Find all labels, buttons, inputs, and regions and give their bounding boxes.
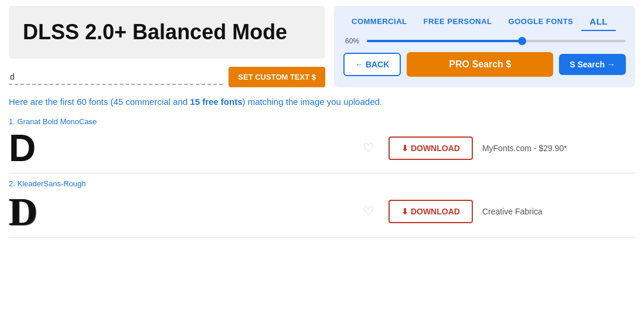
font-preview-box: DLSS 2.0+ Balanced Mode bbox=[9, 6, 325, 59]
font-row-1: D ♡ ⬇ DOWNLOAD MyFonts.com - $29.90* bbox=[9, 129, 635, 167]
font-preview-area-1: D bbox=[9, 129, 349, 167]
slider-fill bbox=[367, 40, 522, 42]
tab-google-fonts[interactable]: GOOGLE FONTS bbox=[500, 13, 582, 30]
preview-text: DLSS 2.0+ Balanced Mode bbox=[23, 20, 287, 45]
s-search-button[interactable]: S Search → bbox=[559, 54, 626, 75]
left-panel: DLSS 2.0+ Balanced Mode SET CUSTOM TEXT … bbox=[9, 6, 334, 87]
font-char-2: D bbox=[9, 189, 38, 234]
summary-text-after: ) matching the image you uploaded. bbox=[243, 97, 382, 107]
price-info-2: Creative Fabrica bbox=[482, 207, 543, 216]
tab-all[interactable]: ALL bbox=[581, 13, 616, 31]
tab-commercial[interactable]: COMMERCIAL bbox=[343, 13, 415, 30]
slider-row: 60% bbox=[343, 37, 626, 45]
font-char-1: D bbox=[9, 127, 36, 169]
actions-row: ← BACK PRO Search $ S Search → bbox=[343, 52, 626, 77]
font-item-1: 1. Granat Bold MonoCase D ♡ ⬇ DOWNLOAD M… bbox=[9, 111, 635, 173]
tab-free-personal[interactable]: FREE PERSONAL bbox=[415, 13, 500, 30]
tabs-row: COMMERCIAL FREE PERSONAL GOOGLE FONTS AL… bbox=[343, 13, 626, 31]
font-number-2: 2. bbox=[9, 179, 15, 188]
slider-percent-label: 60% bbox=[343, 37, 361, 45]
font-name-1: 1. Granat Bold MonoCase bbox=[9, 117, 635, 126]
download-button-1[interactable]: ⬇ DOWNLOAD bbox=[389, 136, 473, 160]
font-name-2: 2. KleaderSans-Rough bbox=[9, 179, 635, 188]
font-number-1: 1. bbox=[9, 117, 15, 126]
font-item-2: 2. KleaderSans-Rough D ♡ ⬇ DOWNLOAD Crea… bbox=[9, 173, 635, 238]
favorite-button-1[interactable]: ♡ bbox=[358, 141, 379, 156]
right-panel: COMMERCIAL FREE PERSONAL GOOGLE FONTS AL… bbox=[334, 6, 635, 87]
download-button-2[interactable]: ⬇ DOWNLOAD bbox=[389, 200, 473, 223]
summary-text-before: Here are the first 60 fonts (45 commerci… bbox=[9, 97, 190, 107]
set-custom-text-button[interactable]: SET CUSTOM TEXT $ bbox=[229, 67, 325, 87]
summary-highlight: 15 free fonts bbox=[190, 97, 242, 107]
font-title-1: Granat Bold MonoCase bbox=[17, 117, 97, 126]
results-summary: Here are the first 60 fonts (45 commerci… bbox=[0, 87, 644, 111]
slider-thumb[interactable] bbox=[518, 37, 526, 45]
price-info-1: MyFonts.com - $29.90* bbox=[482, 144, 567, 153]
font-title-2: KleaderSans-Rough bbox=[17, 179, 86, 188]
font-row-2: D ♡ ⬇ DOWNLOAD Creative Fabrica bbox=[9, 192, 635, 231]
pro-search-button[interactable]: PRO Search $ bbox=[407, 52, 553, 77]
font-list: 1. Granat Bold MonoCase D ♡ ⬇ DOWNLOAD M… bbox=[0, 111, 644, 238]
custom-text-row: SET CUSTOM TEXT $ bbox=[9, 67, 325, 87]
slider-track bbox=[367, 40, 626, 42]
back-button[interactable]: ← BACK bbox=[343, 53, 401, 76]
favorite-button-2[interactable]: ♡ bbox=[358, 204, 379, 219]
custom-text-input[interactable] bbox=[9, 70, 223, 85]
font-preview-area-2: D bbox=[9, 192, 349, 231]
